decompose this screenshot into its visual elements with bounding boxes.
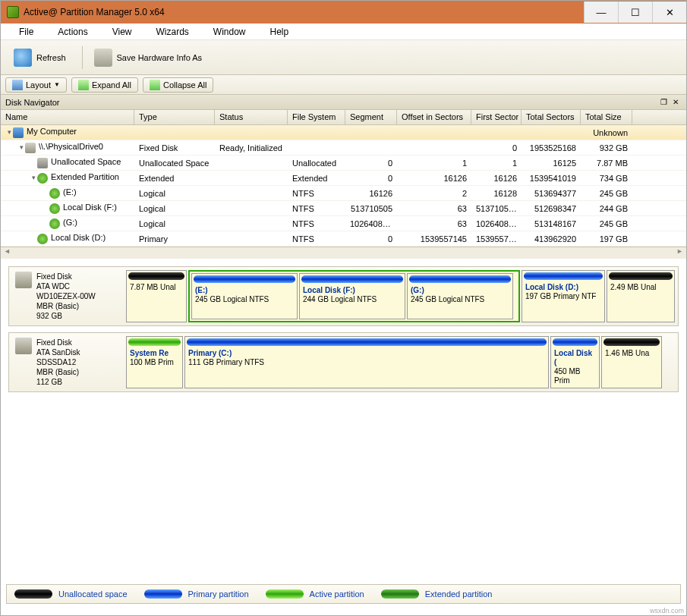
disk-info[interactable]: Fixed DiskATA SanDiskSDSSDA12MBR (Basic)… xyxy=(9,333,123,391)
tree-toggle[interactable]: ▾ xyxy=(17,143,25,151)
panel-float-button[interactable]: ❐ xyxy=(657,98,670,106)
disk-info[interactable]: Fixed DiskATA WDCWD10EZEX-00WMBR (Basic)… xyxy=(9,267,123,325)
partition-block[interactable]: Local Disk (F:)244 GB Logical NTFS xyxy=(299,273,405,319)
cell: Extended xyxy=(134,174,215,183)
minimize-button[interactable]: — xyxy=(584,2,618,23)
cell: Primary xyxy=(134,234,215,244)
row-name: Unallocated Space xyxy=(51,157,121,166)
part-icon xyxy=(49,188,60,199)
column-header[interactable]: Segment xyxy=(345,110,397,124)
cell: 1539541019 xyxy=(522,174,581,183)
partition-block[interactable]: Local Disk (450 MB Prim xyxy=(550,336,600,388)
table-row[interactable]: (G:)LogicalNTFS1026408915631026408978513… xyxy=(1,216,686,231)
cell: 16126 xyxy=(471,174,522,183)
partition-bar xyxy=(524,272,603,280)
legend-item: Primary partition xyxy=(143,588,249,600)
panel-header: Disk Navigator ❐ ✕ xyxy=(1,95,686,110)
partition-block[interactable]: 1.46 MB Una xyxy=(601,336,662,388)
column-header[interactable]: Name xyxy=(1,110,134,124)
column-header[interactable]: Total Size xyxy=(581,110,632,124)
column-header[interactable]: Total Sectors xyxy=(522,110,581,124)
cell: 7.87 MB xyxy=(581,159,632,168)
legend-item: Extended partition xyxy=(380,588,493,600)
legend-swatch xyxy=(144,589,182,599)
legend-item: Active partition xyxy=(264,588,364,600)
partition-label: Local Disk (450 MB Prim xyxy=(551,347,599,387)
cell: NTFS xyxy=(288,234,345,244)
partition-bar xyxy=(194,275,295,283)
cell: Unallocated xyxy=(288,159,345,168)
cell: 63 xyxy=(397,204,471,213)
cell: 0 xyxy=(345,174,397,183)
partition-bar xyxy=(187,338,547,346)
partition-block[interactable]: System Re100 MB Prim xyxy=(126,336,183,388)
main-toolbar: Refresh Save Hardware Info As xyxy=(1,40,686,75)
partition-block[interactable]: 2.49 MB Unal xyxy=(607,270,675,322)
titlebar[interactable]: Active@ Partition Manager 5.0 x64 — ☐ ✕ xyxy=(1,1,686,24)
menu-actions[interactable]: Actions xyxy=(46,24,99,39)
cell: 0 xyxy=(471,143,522,152)
partition-bar xyxy=(409,275,511,283)
expand-all-button[interactable]: Expand All xyxy=(71,77,138,93)
menu-help[interactable]: Help xyxy=(258,24,301,39)
disk-icon xyxy=(15,272,32,288)
collapse-icon xyxy=(150,80,160,90)
cell: 513710568 xyxy=(471,204,522,213)
table-row[interactable]: Local Disk (F:)LogicalNTFS51371050563513… xyxy=(1,201,686,216)
maximize-button[interactable]: ☐ xyxy=(618,2,652,23)
cell: NTFS xyxy=(288,204,345,213)
table-row[interactable]: ▾Extended PartitionExtendedExtended01612… xyxy=(1,171,686,186)
panel-title: Disk Navigator xyxy=(5,98,657,107)
extended-partition-wrap[interactable]: (E:)245 GB Logical NTFSLocal Disk (F:)24… xyxy=(188,270,520,322)
panel-close-button[interactable]: ✕ xyxy=(670,98,682,106)
cell: 1026408978 xyxy=(471,219,522,228)
cell: Fixed Disk xyxy=(134,143,215,152)
layout-icon xyxy=(12,80,23,90)
partition-block[interactable]: (G:)245 GB Logical NTFS xyxy=(407,273,513,319)
cell: 513710505 xyxy=(345,204,397,213)
legend-label: Extended partition xyxy=(425,589,493,599)
tree-toggle[interactable]: ▾ xyxy=(5,128,13,136)
grid-header: NameTypeStatusFile SystemSegmentOffset i… xyxy=(1,110,686,125)
table-row[interactable]: ▾My ComputerUnknown xyxy=(1,125,686,140)
partition-label: 1.46 MB Una xyxy=(602,347,661,360)
cell: 1953525168 xyxy=(522,143,581,152)
menu-wizards[interactable]: Wizards xyxy=(144,24,201,39)
column-header[interactable]: Type xyxy=(134,110,215,124)
menu-view[interactable]: View xyxy=(100,24,144,39)
cell: 245 GB xyxy=(581,219,632,228)
cell: Unknown xyxy=(581,128,632,137)
table-row[interactable]: ▾\\.\PhysicalDrive0Fixed DiskReady, Init… xyxy=(1,140,686,156)
menu-window[interactable]: Window xyxy=(201,24,258,39)
partition-block[interactable]: (E:)245 GB Logical NTFS xyxy=(191,273,298,319)
column-header[interactable]: Offset in Sectors xyxy=(397,110,471,124)
partition-block[interactable]: Primary (C:)111 GB Primary NTFS xyxy=(184,336,549,388)
cell: NTFS xyxy=(288,189,345,198)
collapse-all-button[interactable]: Collapse All xyxy=(143,77,213,93)
legend-swatch xyxy=(381,589,419,599)
cell: 16128 xyxy=(471,189,522,198)
partition-bar xyxy=(128,338,181,346)
column-header[interactable]: File System xyxy=(288,110,345,124)
cell: 734 GB xyxy=(581,174,632,183)
save-icon xyxy=(94,49,112,67)
partition-block[interactable]: Local Disk (D:)197 GB Primary NTF xyxy=(522,270,605,322)
part-icon xyxy=(37,173,48,184)
row-name: \\.\PhysicalDrive0 xyxy=(39,142,103,151)
cell: 245 GB xyxy=(581,189,632,198)
save-hw-button[interactable]: Save Hardware Info As xyxy=(86,43,211,72)
layout-button[interactable]: Layout ▼ xyxy=(5,77,67,93)
menu-file[interactable]: File xyxy=(7,24,46,39)
table-row[interactable]: (E:)LogicalNTFS16126216128513694377245 G… xyxy=(1,186,686,201)
cell: 0 xyxy=(345,234,397,244)
horizontal-scrollbar[interactable]: ◄► xyxy=(1,247,686,259)
table-row[interactable]: Local Disk (D:)PrimaryNTFS01539557145153… xyxy=(1,231,686,247)
close-button[interactable]: ✕ xyxy=(652,2,686,23)
column-header[interactable]: First Sector xyxy=(471,110,522,124)
tree-toggle[interactable]: ▾ xyxy=(30,174,37,181)
table-row[interactable]: Unallocated SpaceUnallocated SpaceUnallo… xyxy=(1,156,686,171)
refresh-button[interactable]: Refresh xyxy=(5,43,74,72)
cell: 1539557145 xyxy=(397,234,471,244)
column-header[interactable]: Status xyxy=(215,110,288,124)
partition-block[interactable]: 7.87 MB Unal xyxy=(126,270,187,322)
